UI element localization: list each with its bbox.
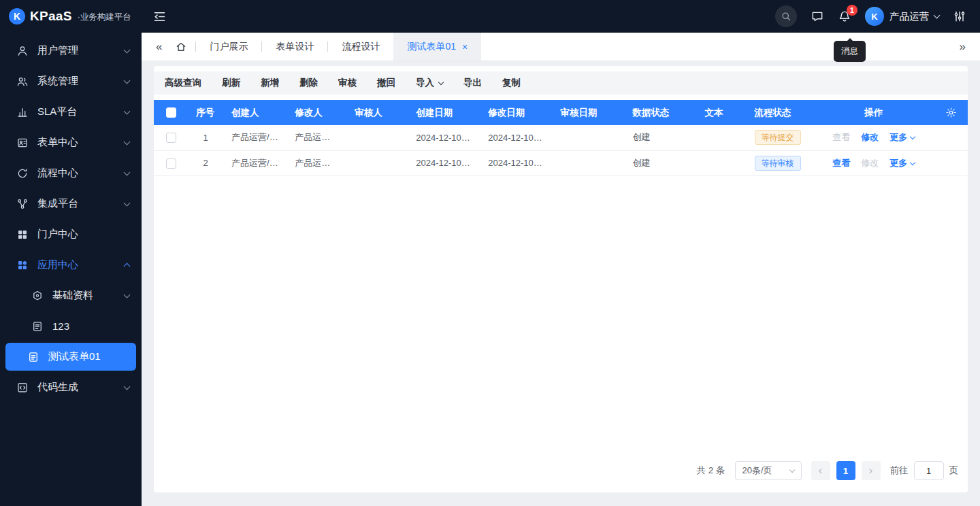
- tab-portal-display[interactable]: 门户展示: [196, 33, 261, 61]
- view-link[interactable]: 查看: [832, 131, 850, 144]
- message-tooltip: 消息: [834, 41, 866, 62]
- chevron-down-icon: [125, 50, 129, 52]
- sidebar-item-integration-platform[interactable]: 集成平台: [0, 188, 142, 219]
- tabs-scroll-left-icon[interactable]: «: [150, 40, 168, 54]
- search-button[interactable]: [775, 5, 797, 27]
- chevron-down-icon: [125, 294, 129, 297]
- sidebar-item-123[interactable]: 123: [0, 311, 142, 341]
- data-panel: 高级查询 刷新 新增 删除 审核 撤回 导入 导出 复制: [154, 66, 968, 492]
- sidebar-item-portal-center[interactable]: 门户中心: [0, 219, 142, 250]
- more-link[interactable]: 更多: [889, 157, 915, 169]
- cell-modifier: 产品运营/x...: [287, 125, 346, 150]
- flow-status-badge: 等待审核: [755, 156, 801, 171]
- cell-auditor: [346, 125, 408, 150]
- chevron-down-icon: [125, 141, 129, 144]
- next-page-button[interactable]: ›: [862, 461, 881, 480]
- cell-text: [697, 125, 747, 150]
- document-icon: [31, 320, 44, 333]
- user-icon: [16, 45, 29, 57]
- column-header-audit-date: 审核日期: [552, 100, 624, 125]
- more-link[interactable]: 更多: [889, 131, 915, 144]
- top-bar: 1 K 产品运营: [142, 0, 980, 33]
- total-count-label: 共 2 条: [696, 465, 725, 477]
- column-header-modifier: 修改人: [287, 100, 346, 125]
- chevron-down-icon: [910, 134, 915, 139]
- chevron-down-icon: [934, 15, 939, 18]
- export-button[interactable]: 导出: [463, 77, 482, 89]
- sidebar-item-process-center[interactable]: 流程中心: [0, 158, 142, 188]
- edit-link[interactable]: 修改: [861, 131, 879, 144]
- audit-button[interactable]: 审核: [338, 77, 357, 89]
- import-button[interactable]: 导入: [416, 77, 443, 89]
- tabs-scroll-right-icon[interactable]: »: [953, 40, 972, 54]
- column-header-flow-status: 流程状态: [747, 100, 813, 125]
- cell-creator: 产品运营/xu...: [223, 150, 287, 175]
- cell-create-date: 2024-12-10 1...: [408, 150, 480, 175]
- current-page-button[interactable]: 1: [836, 461, 855, 480]
- cell-index: 2: [188, 150, 223, 175]
- sidebar: K KPaaS ·业务构建平台 用户管理 系统管理 SLA平台: [0, 0, 142, 506]
- search-icon: [780, 10, 792, 22]
- home-icon[interactable]: [175, 41, 187, 53]
- document-icon: [27, 351, 39, 363]
- brand-logo[interactable]: K KPaaS ·业务构建平台: [0, 0, 142, 33]
- cell-text: [697, 150, 747, 175]
- goto-unit-label: 页: [949, 465, 959, 477]
- process-refresh-icon: [16, 167, 29, 180]
- tune-settings-icon[interactable]: [953, 10, 966, 23]
- column-settings-gear-icon[interactable]: [945, 107, 957, 118]
- row-checkbox[interactable]: [166, 158, 176, 169]
- refresh-button[interactable]: 刷新: [222, 77, 240, 89]
- flow-status-badge: 等待提交: [755, 130, 801, 145]
- copy-button[interactable]: 复制: [502, 77, 521, 89]
- main-area: « 门户展示 表单设计 流程设计 测试表单01 × » 高级查询 刷新 新增 删…: [142, 33, 980, 506]
- sidebar-item-system-management[interactable]: 系统管理: [0, 66, 142, 97]
- chevron-down-icon: [125, 172, 129, 175]
- content-wrapper: 高级查询 刷新 新增 删除 审核 撤回 导入 导出 复制: [142, 61, 980, 506]
- sidebar-item-sla-platform[interactable]: SLA平台: [0, 97, 142, 127]
- sidebar-collapse-icon[interactable]: [152, 10, 167, 24]
- tab-test-form-01[interactable]: 测试表单01 ×: [393, 33, 481, 61]
- goto-page-input[interactable]: [914, 461, 944, 480]
- chevron-down-icon: [789, 467, 794, 473]
- user-menu[interactable]: K 产品运营: [865, 7, 939, 26]
- sidebar-item-user-management[interactable]: 用户管理: [0, 35, 142, 66]
- prev-page-button[interactable]: ‹: [811, 461, 830, 480]
- table-row[interactable]: 2 产品运营/xu... 产品运营/x... 2024-12-10 1... 2…: [154, 150, 968, 175]
- chevron-down-icon: [125, 111, 129, 114]
- users-icon: [16, 75, 29, 88]
- notification-bell-icon[interactable]: 1: [838, 10, 851, 23]
- chevron-down-icon: [125, 386, 129, 389]
- sidebar-item-app-center[interactable]: 应用中心: [0, 250, 142, 280]
- hexagon-icon: [31, 290, 44, 302]
- chevron-down-icon: [125, 80, 129, 83]
- sidebar-item-test-form-01[interactable]: 测试表单01: [5, 343, 136, 371]
- app-root: K KPaaS ·业务构建平台 用户管理 系统管理 SLA平台: [0, 0, 980, 506]
- grid-icon: [16, 229, 29, 241]
- advanced-query-button[interactable]: 高级查询: [165, 77, 201, 89]
- cell-modifier: 产品运营/x...: [287, 150, 346, 175]
- delete-button[interactable]: 删除: [299, 77, 318, 89]
- add-button[interactable]: 新增: [261, 77, 279, 89]
- column-header-actions: 操作: [813, 100, 935, 125]
- withdraw-button[interactable]: 撤回: [377, 77, 395, 89]
- cell-creator: 产品运营/xu...: [223, 125, 287, 150]
- table-header-row: 序号 创建人 修改人 审核人 创建日期 修改日期 审核日期 数据状态 文本 流程…: [154, 100, 968, 125]
- tab-process-design[interactable]: 流程设计: [328, 33, 393, 61]
- view-link[interactable]: 查看: [832, 157, 850, 169]
- message-icon[interactable]: [811, 10, 824, 23]
- row-checkbox[interactable]: [166, 133, 176, 143]
- select-all-checkbox[interactable]: [166, 107, 176, 118]
- sidebar-item-form-center[interactable]: 表单中心: [0, 127, 142, 158]
- goto-page: 前往 页: [890, 461, 959, 480]
- tab-form-design[interactable]: 表单设计: [262, 33, 327, 61]
- sidebar-item-code-generation[interactable]: 代码生成: [0, 372, 142, 403]
- edit-link[interactable]: 修改: [861, 157, 879, 169]
- bar-chart-icon: [16, 106, 29, 118]
- sidebar-item-basic-data[interactable]: 基础资料: [0, 280, 142, 311]
- chevron-down-icon: [125, 203, 129, 205]
- close-icon[interactable]: ×: [462, 41, 468, 52]
- table-row[interactable]: 1 产品运营/xu... 产品运营/x... 2024-12-10 1... 2…: [154, 125, 968, 150]
- top-right-actions: 1 K 产品运营: [775, 5, 966, 27]
- page-size-select[interactable]: 20条/页: [735, 461, 802, 480]
